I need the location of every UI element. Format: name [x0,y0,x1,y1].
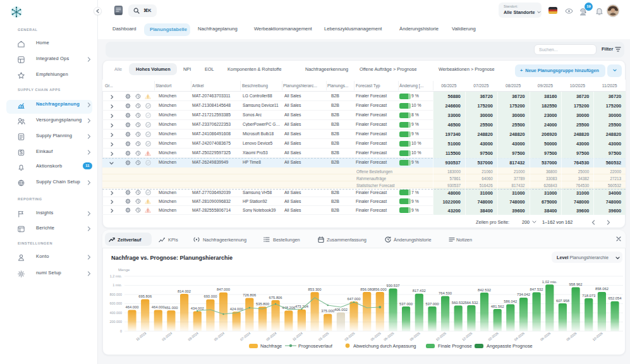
svg-text:958.962: 958.962 [569,282,583,286]
svg-text:Prognoseverlauf: Prognoseverlauf [298,343,333,349]
svg-text:817.432: 817.432 [413,289,426,293]
svg-text:0: 0 [120,329,122,333]
svg-text:06-2025: 06-2025 [383,331,395,342]
svg-text:856.000: 856.000 [373,288,387,291]
svg-text:434.002: 434.002 [191,306,204,310]
svg-text:200.000: 200.000 [110,320,123,324]
svg-text:375.000: 375.000 [321,309,334,313]
svg-text:08-2026: 08-2026 [566,331,578,342]
svg-text:Abweichung durch Anpassung: Abweichung durch Anpassung [353,343,416,349]
svg-text:Angepasste Prognose: Angepasste Prognose [487,343,533,349]
svg-text:734.042: 734.042 [517,293,530,296]
svg-text:473.204: 473.204 [295,305,309,308]
svg-text:564.532: 564.532 [464,301,478,305]
svg-text:586.042: 586.042 [504,300,517,303]
svg-text:11-2023: 11-2023 [135,331,147,341]
svg-text:10-2025: 10-2025 [435,331,447,342]
svg-text:800.000: 800.000 [110,293,123,296]
svg-text:07-2024: 07-2024 [239,331,251,342]
svg-text:695.806: 695.806 [138,294,152,298]
svg-text:11-2024: 11-2024 [292,331,303,341]
svg-text:400.000: 400.000 [110,311,123,315]
svg-text:464.000: 464.000 [152,305,165,309]
svg-text:01-2025: 01-2025 [318,331,330,342]
svg-text:05-2024: 05-2024 [213,331,225,342]
svg-text:856.080: 856.080 [360,288,373,291]
svg-text:764.530: 764.530 [439,291,452,295]
svg-text:560.532: 560.532 [452,301,465,305]
svg-text:847.000: 847.000 [217,288,230,291]
svg-text:03-2025: 03-2025 [344,331,356,342]
svg-text:814.002: 814.002 [178,289,191,293]
svg-text:09-2024: 09-2024 [265,331,277,342]
svg-text:451.000: 451.000 [164,306,178,310]
svg-text:675.806: 675.806 [269,296,282,300]
svg-text:06-2026: 06-2026 [540,331,552,342]
svg-text:842.532: 842.532 [478,288,491,292]
svg-text:Nachfrage: Nachfrage [260,343,282,349]
svg-text:04-2026: 04-2026 [513,331,525,342]
svg-text:481.562: 481.562 [491,305,504,308]
svg-text:652.054: 652.054 [609,296,622,300]
svg-text:1,2 mio.: 1,2 mio. [110,274,122,278]
svg-text:12-2025: 12-2025 [461,331,473,342]
svg-text:858.062: 858.062 [595,287,609,291]
svg-text:607.958: 607.958 [556,299,569,303]
svg-text:537.000: 537.000 [399,302,413,306]
svg-text:853.300: 853.300 [308,288,322,291]
svg-text:930.537: 930.537 [387,284,400,288]
svg-text:693.000: 693.000 [203,294,217,298]
svg-text:1 mio.: 1 mio. [112,283,122,287]
svg-text:03-2024: 03-2024 [187,331,199,342]
svg-text:535.800: 535.800 [256,302,269,306]
svg-text:Finale Prognose: Finale Prognose [438,343,472,349]
svg-text:1,02 mio.: 1,02 mio. [542,280,557,284]
svg-text:647.000: 647.000 [348,297,361,301]
svg-text:424.000: 424.000 [230,307,243,311]
svg-text:01-2024: 01-2024 [161,331,173,342]
svg-text:464.000: 464.000 [126,305,139,309]
svg-text:08-2025: 08-2025 [409,331,421,342]
svg-text:718.073: 718.073 [582,294,595,298]
svg-text:537.000: 537.000 [426,302,439,306]
svg-text:02-2026: 02-2026 [487,331,499,342]
svg-text:726.806: 726.806 [243,293,256,297]
svg-text:600.000: 600.000 [110,301,123,305]
svg-text:05-2025: 05-2025 [370,331,382,342]
svg-text:847.532: 847.532 [530,288,543,291]
svg-text:10-2026: 10-2026 [591,331,603,342]
svg-text:406.002: 406.002 [334,308,348,312]
